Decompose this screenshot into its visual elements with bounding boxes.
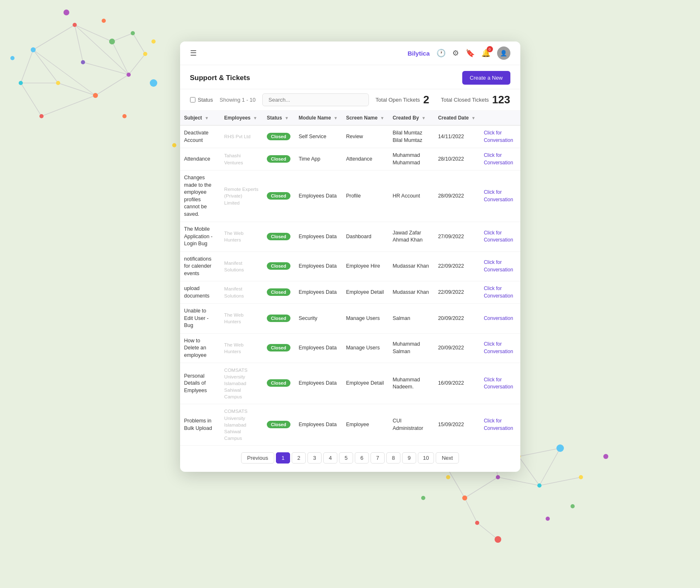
page-button-4[interactable]: 4 [323, 452, 337, 464]
cell-screen: Employee Detail [342, 281, 388, 304]
avatar[interactable]: 👤 [497, 46, 510, 60]
table-row: Unable to Edit User - Bug The Web Hunter… [180, 304, 520, 334]
svg-line-13 [21, 83, 41, 116]
cell-status: Closed [263, 148, 295, 171]
svg-point-31 [150, 79, 157, 87]
page-button-2[interactable]: 2 [292, 452, 306, 464]
status-checkbox[interactable] [190, 97, 195, 102]
cell-employees: Tahashi Ventures [220, 148, 263, 171]
next-button[interactable]: Next [436, 452, 459, 464]
svg-point-62 [421, 496, 425, 500]
bookmark-icon[interactable]: 🔖 [466, 49, 475, 58]
cell-conv[interactable]: Click for Conversation [480, 333, 520, 363]
cell-screen: Attendance [342, 148, 388, 171]
cell-created-by: Jawad Zafar Ahmad Khan [388, 222, 434, 252]
cell-screen: Manage Users [342, 304, 388, 334]
svg-line-1 [75, 25, 112, 41]
svg-point-56 [475, 521, 479, 525]
cell-date: 20/09/2022 [434, 304, 480, 334]
svg-point-18 [73, 23, 77, 27]
page-button-7[interactable]: 7 [371, 452, 385, 464]
table-row: Attendance Tahashi Ventures Closed Time … [180, 148, 520, 171]
svg-point-32 [122, 114, 127, 118]
showing-label: Showing 1 - 10 [220, 97, 256, 103]
status-checkbox-label[interactable]: Status [190, 97, 213, 103]
col-module[interactable]: Module Name ▼ [295, 111, 342, 125]
cell-subject: Unable to Edit User - Bug [180, 304, 220, 334]
svg-point-24 [81, 60, 85, 64]
page-button-5[interactable]: 5 [339, 452, 353, 464]
page-button-3[interactable]: 3 [307, 452, 322, 464]
cell-employees: COMSATS University Islamabad Sahiwal Cam… [220, 404, 263, 445]
conversation-link: Click for Conversation [484, 377, 513, 390]
page-button-1[interactable]: 1 [276, 452, 290, 464]
status-badge: Closed [267, 262, 290, 270]
svg-line-7 [75, 25, 129, 75]
cell-created-by: Muhammad Salman [388, 333, 434, 363]
cell-conv[interactable]: Click for Conversation [480, 281, 520, 304]
hamburger-icon[interactable]: ☰ [190, 49, 197, 58]
cell-subject: The Mobile Application - Login Bug [180, 222, 220, 252]
search-input[interactable] [262, 93, 369, 106]
cell-date: 14/11/2022 [434, 125, 480, 148]
page-button-10[interactable]: 10 [418, 452, 434, 464]
svg-line-4 [58, 83, 95, 95]
cell-subject: notifications for calender events [180, 251, 220, 281]
cell-screen: Review [342, 125, 388, 148]
svg-line-43 [519, 448, 560, 456]
create-new-button[interactable]: Create a New [462, 71, 510, 85]
navbar-right: Bilytica 🕐 ⚙ 🔖 🔔 0 👤 [407, 46, 510, 60]
svg-point-25 [39, 114, 44, 118]
svg-point-22 [56, 81, 60, 85]
prev-button[interactable]: Previous [241, 452, 275, 464]
col-created-by[interactable]: Created By ▼ [388, 111, 434, 125]
cell-screen: Manage Users [342, 333, 388, 363]
cell-created-by: Muhammad Muhammad [388, 148, 434, 171]
notification-icon[interactable]: 🔔 0 [481, 49, 490, 58]
cell-date: 16/09/2022 [434, 363, 480, 404]
status-badge: Closed [267, 133, 290, 140]
gear-icon[interactable]: ⚙ [452, 49, 459, 58]
cell-conv[interactable]: Conversation [480, 304, 520, 334]
col-status[interactable]: Status ▼ [263, 111, 295, 125]
cell-subject: Personal Details of Emplyees [180, 363, 220, 404]
svg-point-27 [143, 52, 147, 56]
cell-subject: Attendance [180, 148, 220, 171]
cell-employees: Manifest Solutions [220, 251, 263, 281]
main-window: ☰ Bilytica 🕐 ⚙ 🔖 🔔 0 👤 Support & Tickets… [180, 41, 520, 472]
cell-conv[interactable]: Click for Conversation [480, 251, 520, 281]
cell-conv[interactable]: Click for Conversation [480, 125, 520, 148]
svg-point-17 [31, 47, 36, 52]
svg-line-0 [33, 25, 75, 50]
page-button-6[interactable]: 6 [355, 452, 369, 464]
svg-line-3 [95, 75, 129, 95]
svg-line-5 [33, 50, 58, 83]
table-row: The Mobile Application - Login Bug The W… [180, 222, 520, 252]
cell-status: Closed [263, 171, 295, 222]
col-screen[interactable]: Screen Name ▼ [342, 111, 388, 125]
cell-conv[interactable]: Click for Conversation [480, 222, 520, 252]
svg-point-30 [10, 56, 15, 60]
page-button-9[interactable]: 9 [402, 452, 416, 464]
svg-line-6 [33, 50, 95, 95]
cell-screen: Profile [342, 171, 388, 222]
cell-employees: COMSATS University Islamabad Sahiwal Cam… [220, 363, 263, 404]
svg-line-42 [539, 448, 560, 486]
cell-status: Closed [263, 404, 295, 445]
svg-point-21 [93, 93, 98, 98]
pagination: Previous12345678910Next [180, 446, 520, 472]
svg-point-51 [462, 495, 467, 500]
clock-icon[interactable]: 🕐 [437, 49, 446, 58]
cell-conv[interactable]: Click for Conversation [480, 363, 520, 404]
page-button-8[interactable]: 8 [386, 452, 400, 464]
cell-conv[interactable]: Click for Conversation [480, 404, 520, 445]
table-row: How to Delete an employee The Web Hunter… [180, 333, 520, 363]
col-employees[interactable]: Employees ▼ [220, 111, 263, 125]
svg-point-28 [63, 10, 69, 15]
cell-conv[interactable]: Click for Conversation [480, 148, 520, 171]
col-created-date[interactable]: Created Date ▼ [434, 111, 480, 125]
cell-conv[interactable]: Click for Conversation [480, 171, 520, 222]
navbar-left: ☰ [190, 49, 197, 58]
svg-point-54 [556, 444, 564, 452]
col-subject[interactable]: Subject ▼ [180, 111, 220, 125]
